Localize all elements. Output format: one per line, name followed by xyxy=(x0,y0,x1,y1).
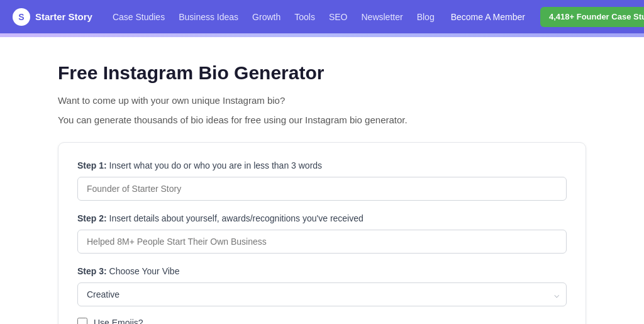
navbar: S Starter Story Case Studies Business Id… xyxy=(0,0,644,33)
logo-text: Starter Story xyxy=(35,11,92,22)
logo-link[interactable]: S Starter Story xyxy=(13,8,92,26)
nav-seo[interactable]: SEO xyxy=(323,8,354,26)
step2-input[interactable] xyxy=(77,230,567,254)
nav-business-ideas[interactable]: Business Ideas xyxy=(172,8,245,26)
top-accent-bar xyxy=(0,33,644,37)
step1-input[interactable] xyxy=(77,177,567,201)
nav-tools[interactable]: Tools xyxy=(288,8,321,26)
become-member-link[interactable]: Become A Member xyxy=(443,8,533,26)
cta-button[interactable]: 4,418+ Founder Case Studies ⬇ xyxy=(540,7,644,27)
logo-icon: S xyxy=(13,8,30,26)
step3-label: Step 3: Choose Your Vibe xyxy=(77,266,567,276)
nav-growth[interactable]: Growth xyxy=(246,8,287,26)
step2-label: Step 2: Insert details about yourself, a… xyxy=(77,213,567,223)
vibe-select-wrapper: Creative Professional Funny Inspirationa… xyxy=(77,282,567,306)
main-content: Free Instagram Bio Generator Want to com… xyxy=(39,37,605,324)
nav-newsletter[interactable]: Newsletter xyxy=(355,8,409,26)
step1-label: Step 1: Insert what you do or who you ar… xyxy=(77,160,567,170)
vibe-select[interactable]: Creative Professional Funny Inspirationa… xyxy=(77,282,567,306)
page-title: Free Instagram Bio Generator xyxy=(58,62,586,84)
emoji-checkbox[interactable] xyxy=(77,318,87,324)
cta-label: 4,418+ Founder Case Studies xyxy=(549,12,644,21)
emoji-row: Use Emojis? xyxy=(77,318,567,324)
emoji-label: Use Emojis? xyxy=(94,318,143,324)
form-card: Step 1: Insert what you do or who you ar… xyxy=(58,142,586,324)
page-desc-1: Want to come up with your own unique Ins… xyxy=(58,94,586,108)
nav-links: Case Studies Business Ideas Growth Tools… xyxy=(106,8,441,26)
page-desc-2: You can generate thousands of bio ideas … xyxy=(58,113,586,128)
nav-blog[interactable]: Blog xyxy=(411,8,441,26)
nav-case-studies[interactable]: Case Studies xyxy=(106,8,171,26)
